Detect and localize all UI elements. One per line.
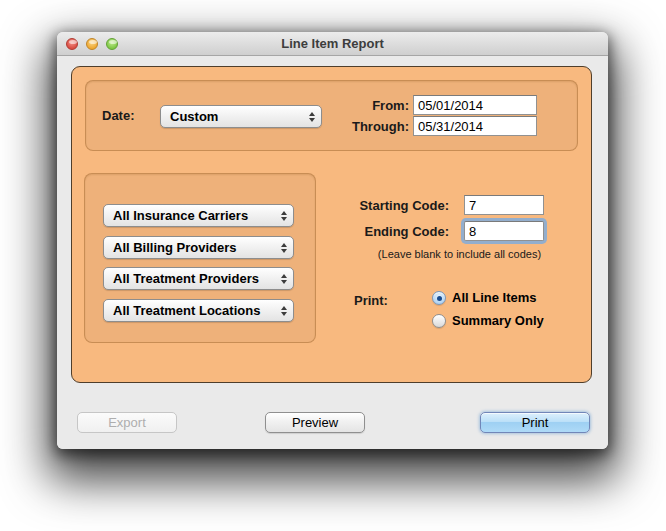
through-label: Through: [321, 119, 409, 134]
treatment-locations-dropdown[interactable]: All Treatment Locations [103, 299, 294, 322]
title-bar[interactable]: Line Item Report [57, 32, 608, 56]
date-range-value: Custom [161, 109, 303, 124]
line-item-report-window: Line Item Report Date: Custom From: Thro… [57, 32, 608, 449]
minimize-icon[interactable] [86, 38, 98, 50]
traffic-lights [66, 38, 118, 50]
starting-code-field[interactable] [464, 195, 544, 215]
print-button[interactable]: Print [480, 412, 590, 433]
popup-arrows-icon [303, 112, 321, 122]
ending-code-field[interactable] [464, 221, 544, 241]
treatment-locations-value: All Treatment Locations [104, 303, 275, 318]
date-group: Date: Custom From: Through: [85, 80, 578, 151]
starting-code-label: Starting Code: [304, 198, 449, 213]
popup-arrows-icon [275, 243, 293, 253]
through-date-field[interactable] [413, 116, 537, 136]
window-title: Line Item Report [57, 32, 608, 56]
codes-note: (Leave blank to include all codes) [367, 248, 552, 260]
radio-summary-only[interactable]: Summary Only [432, 313, 544, 328]
radio-button-icon[interactable] [432, 291, 446, 305]
popup-arrows-icon [275, 274, 293, 284]
from-label: From: [321, 98, 409, 113]
export-button[interactable]: Export [77, 412, 177, 433]
treatment-providers-value: All Treatment Providers [104, 271, 275, 286]
report-options-panel: Date: Custom From: Through: All Insuranc… [71, 66, 592, 383]
insurance-carriers-value: All Insurance Carriers [104, 208, 275, 223]
from-date-field[interactable] [413, 95, 537, 115]
radio-all-line-items-label: All Line Items [452, 290, 537, 305]
popup-arrows-icon [275, 306, 293, 316]
radio-summary-only-label: Summary Only [452, 313, 544, 328]
print-label: Print: [354, 293, 388, 308]
billing-providers-dropdown[interactable]: All Billing Providers [103, 236, 294, 259]
close-icon[interactable] [66, 38, 78, 50]
date-range-dropdown[interactable]: Custom [160, 105, 322, 128]
zoom-icon[interactable] [106, 38, 118, 50]
insurance-carriers-dropdown[interactable]: All Insurance Carriers [103, 204, 294, 227]
billing-providers-value: All Billing Providers [104, 240, 275, 255]
date-label: Date: [102, 108, 135, 123]
preview-button[interactable]: Preview [265, 412, 365, 433]
popup-arrows-icon [275, 211, 293, 221]
filters-group: All Insurance Carriers All Billing Provi… [84, 173, 316, 343]
ending-code-label: Ending Code: [304, 224, 449, 239]
window-content: Date: Custom From: Through: All Insuranc… [57, 56, 608, 449]
treatment-providers-dropdown[interactable]: All Treatment Providers [103, 267, 294, 290]
radio-all-line-items[interactable]: All Line Items [432, 290, 537, 305]
radio-button-icon[interactable] [432, 314, 446, 328]
